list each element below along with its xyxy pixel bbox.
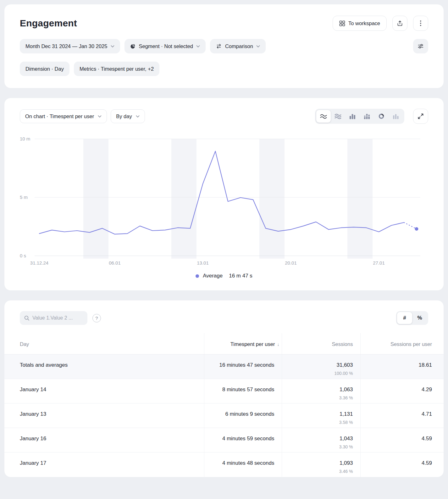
sessions-percent: 3.58 % [286, 420, 353, 425]
granularity-dropdown[interactable]: By day [111, 109, 145, 123]
search-icon [24, 315, 30, 321]
sessions-per-user-cell: 4.29 [361, 379, 444, 403]
search-input[interactable] [32, 315, 83, 321]
granularity-label: By day [116, 113, 132, 119]
svg-text:5 m: 5 m [20, 195, 28, 200]
day-cell: January 16 [4, 428, 204, 452]
chart-type-stacked-area-button[interactable] [331, 110, 345, 123]
sessions-per-user-cell: 4.59 [361, 452, 444, 477]
page-title: Engagement [20, 18, 77, 29]
share-icon [397, 20, 403, 26]
number-format-switcher: # % [396, 311, 428, 325]
chevron-down-icon [136, 115, 140, 118]
table-card: ? # % Day Timespent per user↓ Sessions S… [4, 300, 444, 477]
segment-filter-chip[interactable]: Segment · Not selected [124, 39, 206, 53]
day-cell: January 14 [4, 379, 204, 403]
chart-legend: Average 16 m 47 s [20, 273, 428, 279]
sessions-cell: 1,0933.46 % [282, 452, 361, 477]
chart-type-columns-button[interactable] [345, 110, 360, 123]
engagement-header-card: Engagement To workspace [4, 4, 444, 88]
chevron-down-icon [98, 115, 102, 118]
day-cell: Totals and averages [4, 354, 204, 379]
segment-pie-icon [130, 43, 136, 49]
on-chart-metric-dropdown[interactable]: On chart · Timespent per user [20, 109, 107, 123]
metrics-chip[interactable]: Metrics · Timespent per user, +2 [74, 62, 159, 76]
period-filter-label: Month Dec 31 2024 — Jan 30 2025 [25, 43, 108, 49]
sessions-cell: 1,0633.36 % [282, 379, 361, 403]
sessions-percent: 3.46 % [286, 469, 353, 474]
chevron-down-icon [111, 45, 114, 47]
column-header-timespent[interactable]: Timespent per user↓ [204, 333, 282, 354]
chart-type-histogram-button[interactable] [389, 110, 403, 123]
format-number-button[interactable]: # [397, 312, 412, 324]
sessions-value: 31,603 [286, 362, 353, 368]
column-header-sessions[interactable]: Sessions [282, 333, 361, 354]
table-row-totals: Totals and averages16 minutes 47 seconds… [4, 354, 444, 379]
report-settings-button[interactable] [413, 39, 428, 53]
header-actions: To workspace [333, 16, 428, 31]
svg-text:06.01: 06.01 [109, 260, 121, 266]
metrics-chip-label: Metrics · Timespent per user, +2 [80, 66, 154, 72]
legend-series-name: Average [203, 273, 223, 279]
day-cell: January 17 [4, 452, 204, 477]
to-workspace-button[interactable]: To workspace [333, 16, 387, 31]
table-row: January 136 minutes 9 seconds1,1313.58 %… [4, 403, 444, 428]
timespent-cell: 6 minutes 9 seconds [204, 403, 282, 428]
dimension-chip-label: Dimension · Day [25, 66, 64, 72]
timespent-cell: 4 minutes 48 seconds [204, 452, 282, 477]
svg-text:10 m: 10 m [20, 136, 30, 141]
format-percent-button[interactable]: % [412, 312, 427, 324]
sort-desc-icon: ↓ [277, 342, 279, 347]
chart-type-stacked-columns-button[interactable] [360, 110, 374, 123]
comparison-filter-chip[interactable]: Comparison [210, 39, 266, 53]
on-chart-metric-label: On chart · Timespent per user [25, 113, 94, 119]
sessions-percent: 3.36 % [286, 395, 353, 400]
timespent-cell: 4 minutes 59 seconds [204, 428, 282, 452]
kebab-menu-icon [420, 20, 421, 26]
sessions-percent: 100.00 % [286, 371, 353, 376]
to-workspace-label: To workspace [348, 20, 380, 26]
legend-series-value: 16 m 47 s [229, 273, 252, 279]
sessions-value: 1,043 [286, 436, 353, 442]
table-row: January 174 minutes 48 seconds1,0933.46 … [4, 452, 444, 477]
help-icon[interactable]: ? [92, 314, 101, 322]
stacked-bar-chart-icon [363, 113, 370, 119]
table-body: Totals and averages16 minutes 47 seconds… [4, 354, 444, 477]
export-button[interactable] [392, 16, 407, 31]
histogram-icon [392, 113, 399, 119]
table-row: January 148 minutes 57 seconds1,0633.36 … [4, 379, 444, 403]
sessions-value: 1,063 [286, 387, 353, 393]
timespent-cell: 16 minutes 47 seconds [204, 354, 282, 379]
collapse-chart-button[interactable] [413, 109, 428, 124]
chart-type-line-button[interactable] [316, 110, 331, 123]
resize-chart-icon [418, 113, 424, 119]
more-menu-button[interactable] [413, 16, 428, 31]
chevron-down-icon [256, 45, 260, 47]
sessions-per-user-cell: 4.59 [361, 428, 444, 452]
column-header-day[interactable]: Day [4, 333, 204, 354]
line-chart-icon [320, 113, 327, 119]
chart-type-switcher [315, 109, 404, 124]
comparison-filter-label: Comparison [225, 43, 253, 49]
timespent-line-chart[interactable]: 0 s5 m10 m31.12.2406.0113.0120.0127.01 [20, 133, 428, 268]
sessions-cell: 1,0433.30 % [282, 428, 361, 452]
sessions-cell: 31,603100.00 % [282, 354, 361, 379]
timespent-cell: 8 minutes 57 seconds [204, 379, 282, 403]
sessions-value: 1,131 [286, 411, 353, 417]
table-header-row: Day Timespent per user↓ Sessions Session… [4, 333, 444, 354]
sessions-value: 1,093 [286, 460, 353, 466]
sessions-cell: 1,1313.58 % [282, 403, 361, 428]
chart-type-pie-button[interactable] [374, 110, 389, 123]
dimension-chip[interactable]: Dimension · Day [20, 62, 69, 76]
svg-text:31.12.24: 31.12.24 [30, 260, 48, 266]
chart-card: On chart · Timespent per user By day [4, 98, 444, 290]
sliders-icon [418, 43, 424, 49]
segment-filter-label: Segment · Not selected [139, 43, 193, 49]
svg-text:0 s: 0 s [20, 253, 26, 258]
column-header-sessions-per-user[interactable]: Sessions per user [361, 333, 444, 354]
legend-dot [196, 274, 199, 278]
sessions-per-user-cell: 4.71 [361, 403, 444, 428]
search-box [20, 311, 87, 325]
period-filter-chip[interactable]: Month Dec 31 2024 — Jan 30 2025 [20, 39, 120, 53]
column-header-timespent-label: Timespent per user [230, 341, 275, 347]
